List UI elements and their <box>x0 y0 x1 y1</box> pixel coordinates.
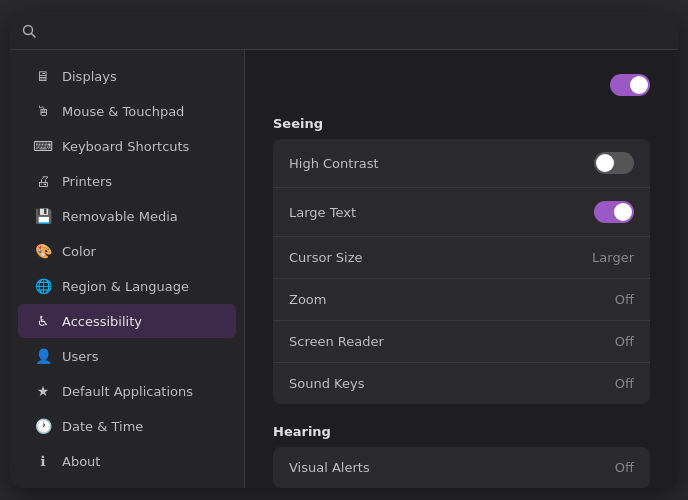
settings-list-hearing: Visual AlertsOff <box>273 447 650 488</box>
sidebar-icon-users: 👤 <box>34 347 52 365</box>
sidebar-icon-accessibility: ♿ <box>34 312 52 330</box>
sidebar-label-region: Region & Language <box>62 279 189 294</box>
row-label-large-text: Large Text <box>289 205 356 220</box>
sidebar-icon-default-apps: ★ <box>34 382 52 400</box>
row-label-cursor-size: Cursor Size <box>289 250 363 265</box>
row-value-cursor-size: Larger <box>592 250 634 265</box>
row-label-screen-reader: Screen Reader <box>289 334 384 349</box>
settings-row-screen-reader[interactable]: Screen ReaderOff <box>273 321 650 363</box>
svg-line-1 <box>32 33 36 37</box>
sidebar-icon-mouse: 🖱 <box>34 102 52 120</box>
row-value-visual-alerts: Off <box>615 460 634 475</box>
sidebar-item-region[interactable]: 🌐 Region & Language <box>18 269 236 303</box>
sidebar-label-about: About <box>62 454 100 469</box>
sidebar-item-accessibility[interactable]: ♿ Accessibility <box>18 304 236 338</box>
settings-row-high-contrast[interactable]: High Contrast <box>273 139 650 188</box>
sidebar-icon-about: ℹ <box>34 452 52 470</box>
sidebar-label-users: Users <box>62 349 98 364</box>
row-label-high-contrast: High Contrast <box>289 156 379 171</box>
row-value-zoom: Off <box>615 292 634 307</box>
sidebar: 🖥 Displays 🖱 Mouse & Touchpad ⌨ Keyboard… <box>10 50 245 488</box>
section-seeing: SeeingHigh ContrastLarge TextCursor Size… <box>273 116 650 404</box>
sidebar-label-printers: Printers <box>62 174 112 189</box>
sidebar-label-color: Color <box>62 244 96 259</box>
sidebar-icon-printers: 🖨 <box>34 172 52 190</box>
toggle-high-contrast[interactable] <box>594 152 634 174</box>
sidebar-item-users[interactable]: 👤 Users <box>18 339 236 373</box>
sidebar-item-printers[interactable]: 🖨 Printers <box>18 164 236 198</box>
sidebar-icon-displays: 🖥 <box>34 67 52 85</box>
section-title-hearing: Hearing <box>273 424 650 439</box>
titlebar <box>10 12 678 50</box>
settings-row-visual-alerts[interactable]: Visual AlertsOff <box>273 447 650 488</box>
always-show-toggle[interactable] <box>610 74 650 96</box>
sidebar-icon-region: 🌐 <box>34 277 52 295</box>
sidebar-label-accessibility: Accessibility <box>62 314 142 329</box>
sidebar-item-color[interactable]: 🎨 Color <box>18 234 236 268</box>
main-content: 🖥 Displays 🖱 Mouse & Touchpad ⌨ Keyboard… <box>10 50 678 488</box>
sidebar-label-keyboard: Keyboard Shortcuts <box>62 139 189 154</box>
sidebar-label-datetime: Date & Time <box>62 419 143 434</box>
search-icon[interactable] <box>22 24 36 38</box>
settings-list-seeing: High ContrastLarge TextCursor SizeLarger… <box>273 139 650 404</box>
row-label-visual-alerts: Visual Alerts <box>289 460 370 475</box>
sidebar-label-displays: Displays <box>62 69 117 84</box>
sidebar-item-about[interactable]: ℹ About <box>18 444 236 478</box>
row-label-zoom: Zoom <box>289 292 326 307</box>
section-hearing: HearingVisual AlertsOff <box>273 424 650 488</box>
sidebar-icon-removable: 💾 <box>34 207 52 225</box>
content-area: SeeingHigh ContrastLarge TextCursor Size… <box>245 50 678 488</box>
sidebar-item-keyboard[interactable]: ⌨ Keyboard Shortcuts <box>18 129 236 163</box>
row-value-screen-reader: Off <box>615 334 634 349</box>
toggle-thumb-high-contrast <box>596 154 614 172</box>
sidebar-icon-color: 🎨 <box>34 242 52 260</box>
row-label-sound-keys: Sound Keys <box>289 376 364 391</box>
sidebar-label-removable: Removable Media <box>62 209 178 224</box>
sidebar-item-datetime[interactable]: 🕐 Date & Time <box>18 409 236 443</box>
always-show-toggle-thumb <box>630 76 648 94</box>
toggle-large-text[interactable] <box>594 201 634 223</box>
settings-row-sound-keys[interactable]: Sound KeysOff <box>273 363 650 404</box>
sidebar-item-mouse[interactable]: 🖱 Mouse & Touchpad <box>18 94 236 128</box>
section-title-seeing: Seeing <box>273 116 650 131</box>
always-show-row <box>273 74 650 96</box>
sidebar-label-mouse: Mouse & Touchpad <box>62 104 184 119</box>
sidebar-item-removable[interactable]: 💾 Removable Media <box>18 199 236 233</box>
sidebar-item-default-apps[interactable]: ★ Default Applications <box>18 374 236 408</box>
settings-row-cursor-size[interactable]: Cursor SizeLarger <box>273 237 650 279</box>
settings-window: 🖥 Displays 🖱 Mouse & Touchpad ⌨ Keyboard… <box>10 12 678 488</box>
sidebar-icon-datetime: 🕐 <box>34 417 52 435</box>
row-value-sound-keys: Off <box>615 376 634 391</box>
sidebar-item-displays[interactable]: 🖥 Displays <box>18 59 236 93</box>
settings-row-zoom[interactable]: ZoomOff <box>273 279 650 321</box>
settings-row-large-text[interactable]: Large Text <box>273 188 650 237</box>
toggle-thumb-large-text <box>614 203 632 221</box>
titlebar-left <box>22 24 44 38</box>
sidebar-icon-keyboard: ⌨ <box>34 137 52 155</box>
sidebar-label-default-apps: Default Applications <box>62 384 193 399</box>
